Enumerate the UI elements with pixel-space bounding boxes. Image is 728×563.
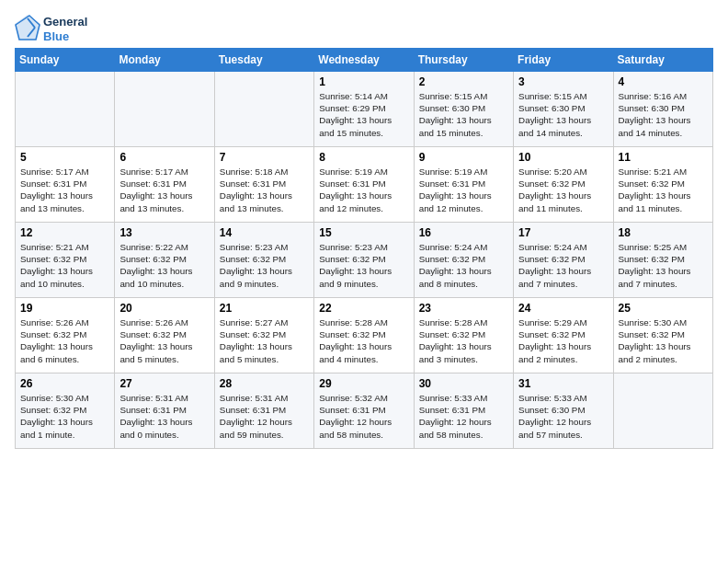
day-number: 4 [619,75,708,88]
day-cell: 11Sunrise: 5:21 AM Sunset: 6:32 PM Dayli… [613,147,712,223]
day-cell: 3Sunrise: 5:15 AM Sunset: 6:30 PM Daylig… [514,72,613,147]
calendar-table: SundayMondayTuesdayWednesdayThursdayFrid… [15,48,713,449]
day-info: Sunrise: 5:23 AM Sunset: 6:32 PM Dayligh… [319,241,408,290]
day-info: Sunrise: 5:33 AM Sunset: 6:31 PM Dayligh… [419,392,508,441]
day-cell: 24Sunrise: 5:29 AM Sunset: 6:32 PM Dayli… [514,298,613,373]
day-cell: 10Sunrise: 5:20 AM Sunset: 6:32 PM Dayli… [514,147,613,223]
day-info: Sunrise: 5:22 AM Sunset: 6:32 PM Dayligh… [119,241,209,290]
day-number: 2 [419,75,508,88]
page-header: General Blue [15,15,713,44]
day-info: Sunrise: 5:24 AM Sunset: 6:32 PM Dayligh… [419,241,508,290]
day-number: 3 [518,75,608,88]
day-info: Sunrise: 5:25 AM Sunset: 6:32 PM Dayligh… [619,241,708,290]
day-cell: 14Sunrise: 5:23 AM Sunset: 6:32 PM Dayli… [214,223,313,298]
day-cell: 22Sunrise: 5:28 AM Sunset: 6:32 PM Dayli… [314,298,414,373]
day-cell: 28Sunrise: 5:31 AM Sunset: 6:31 PM Dayli… [214,373,313,449]
day-number: 21 [220,302,309,315]
day-info: Sunrise: 5:33 AM Sunset: 6:30 PM Dayligh… [518,392,608,441]
day-number: 1 [319,75,408,88]
day-number: 13 [119,226,209,239]
day-number: 10 [518,151,608,164]
day-cell: 30Sunrise: 5:33 AM Sunset: 6:31 PM Dayli… [414,373,513,449]
day-info: Sunrise: 5:29 AM Sunset: 6:32 PM Dayligh… [518,316,608,365]
day-cell: 25Sunrise: 5:30 AM Sunset: 6:32 PM Dayli… [613,298,712,373]
day-cell: 17Sunrise: 5:24 AM Sunset: 6:32 PM Dayli… [514,223,613,298]
day-cell: 23Sunrise: 5:28 AM Sunset: 6:32 PM Dayli… [414,298,513,373]
col-header-tuesday: Tuesday [214,49,313,72]
day-cell: 27Sunrise: 5:31 AM Sunset: 6:31 PM Dayli… [115,373,214,449]
day-number: 6 [119,151,209,164]
day-cell: 6Sunrise: 5:17 AM Sunset: 6:31 PM Daylig… [115,147,214,223]
day-cell: 2Sunrise: 5:15 AM Sunset: 6:30 PM Daylig… [414,72,513,147]
day-info: Sunrise: 5:32 AM Sunset: 6:31 PM Dayligh… [319,392,408,441]
day-info: Sunrise: 5:15 AM Sunset: 6:30 PM Dayligh… [518,90,608,139]
day-cell: 5Sunrise: 5:17 AM Sunset: 6:31 PM Daylig… [16,147,115,223]
day-info: Sunrise: 5:31 AM Sunset: 6:31 PM Dayligh… [220,392,309,441]
day-info: Sunrise: 5:21 AM Sunset: 6:32 PM Dayligh… [619,166,708,214]
day-number: 22 [319,302,408,315]
logo-icon [15,15,40,44]
day-info: Sunrise: 5:16 AM Sunset: 6:30 PM Dayligh… [619,90,708,139]
day-number: 30 [419,377,508,390]
col-header-saturday: Saturday [613,49,712,72]
day-number: 19 [20,302,109,315]
day-info: Sunrise: 5:17 AM Sunset: 6:31 PM Dayligh… [20,166,109,214]
day-number: 26 [20,377,109,390]
day-number: 29 [319,377,408,390]
day-cell [214,72,313,147]
day-cell: 31Sunrise: 5:33 AM Sunset: 6:30 PM Dayli… [514,373,613,449]
day-number: 11 [619,151,708,164]
day-cell: 19Sunrise: 5:26 AM Sunset: 6:32 PM Dayli… [16,298,115,373]
week-row-3: 12Sunrise: 5:21 AM Sunset: 6:32 PM Dayli… [16,223,713,298]
day-cell: 18Sunrise: 5:25 AM Sunset: 6:32 PM Dayli… [613,223,712,298]
calendar-header-row: SundayMondayTuesdayWednesdayThursdayFrid… [16,49,713,72]
week-row-5: 26Sunrise: 5:30 AM Sunset: 6:32 PM Dayli… [16,373,713,449]
day-number: 16 [419,226,508,239]
day-cell: 21Sunrise: 5:27 AM Sunset: 6:32 PM Dayli… [214,298,313,373]
day-cell: 26Sunrise: 5:30 AM Sunset: 6:32 PM Dayli… [16,373,115,449]
day-cell: 13Sunrise: 5:22 AM Sunset: 6:32 PM Dayli… [115,223,214,298]
day-number: 7 [220,151,309,164]
day-info: Sunrise: 5:21 AM Sunset: 6:32 PM Dayligh… [20,241,109,290]
day-number: 9 [419,151,508,164]
col-header-monday: Monday [115,49,214,72]
day-cell: 9Sunrise: 5:19 AM Sunset: 6:31 PM Daylig… [414,147,513,223]
day-info: Sunrise: 5:20 AM Sunset: 6:32 PM Dayligh… [518,166,608,214]
day-info: Sunrise: 5:19 AM Sunset: 6:31 PM Dayligh… [419,166,508,214]
day-info: Sunrise: 5:18 AM Sunset: 6:31 PM Dayligh… [220,166,309,214]
col-header-sunday: Sunday [16,49,115,72]
logo: General Blue [15,15,87,44]
col-header-thursday: Thursday [414,49,513,72]
day-info: Sunrise: 5:15 AM Sunset: 6:30 PM Dayligh… [419,90,508,139]
week-row-2: 5Sunrise: 5:17 AM Sunset: 6:31 PM Daylig… [16,147,713,223]
logo-container: General Blue [15,15,87,44]
logo-general: General [43,15,87,29]
day-info: Sunrise: 5:23 AM Sunset: 6:32 PM Dayligh… [220,241,309,290]
day-info: Sunrise: 5:30 AM Sunset: 6:32 PM Dayligh… [20,392,109,441]
day-cell: 29Sunrise: 5:32 AM Sunset: 6:31 PM Dayli… [314,373,414,449]
day-cell [613,373,712,449]
day-number: 14 [220,226,309,239]
day-info: Sunrise: 5:24 AM Sunset: 6:32 PM Dayligh… [518,241,608,290]
day-cell: 1Sunrise: 5:14 AM Sunset: 6:29 PM Daylig… [314,72,414,147]
day-info: Sunrise: 5:19 AM Sunset: 6:31 PM Dayligh… [319,166,408,214]
day-info: Sunrise: 5:30 AM Sunset: 6:32 PM Dayligh… [619,316,708,365]
day-number: 24 [518,302,608,315]
day-cell [115,72,214,147]
day-number: 8 [319,151,408,164]
col-header-friday: Friday [514,49,613,72]
day-number: 18 [619,226,708,239]
week-row-1: 1Sunrise: 5:14 AM Sunset: 6:29 PM Daylig… [16,72,713,147]
day-cell: 12Sunrise: 5:21 AM Sunset: 6:32 PM Dayli… [16,223,115,298]
day-number: 25 [619,302,708,315]
day-info: Sunrise: 5:28 AM Sunset: 6:32 PM Dayligh… [319,316,408,365]
day-info: Sunrise: 5:26 AM Sunset: 6:32 PM Dayligh… [20,316,109,365]
day-number: 15 [319,226,408,239]
day-cell: 4Sunrise: 5:16 AM Sunset: 6:30 PM Daylig… [613,72,712,147]
day-number: 17 [518,226,608,239]
day-info: Sunrise: 5:17 AM Sunset: 6:31 PM Dayligh… [119,166,209,214]
logo-text-block: General Blue [43,15,87,43]
day-number: 31 [518,377,608,390]
week-row-4: 19Sunrise: 5:26 AM Sunset: 6:32 PM Dayli… [16,298,713,373]
day-info: Sunrise: 5:28 AM Sunset: 6:32 PM Dayligh… [419,316,508,365]
